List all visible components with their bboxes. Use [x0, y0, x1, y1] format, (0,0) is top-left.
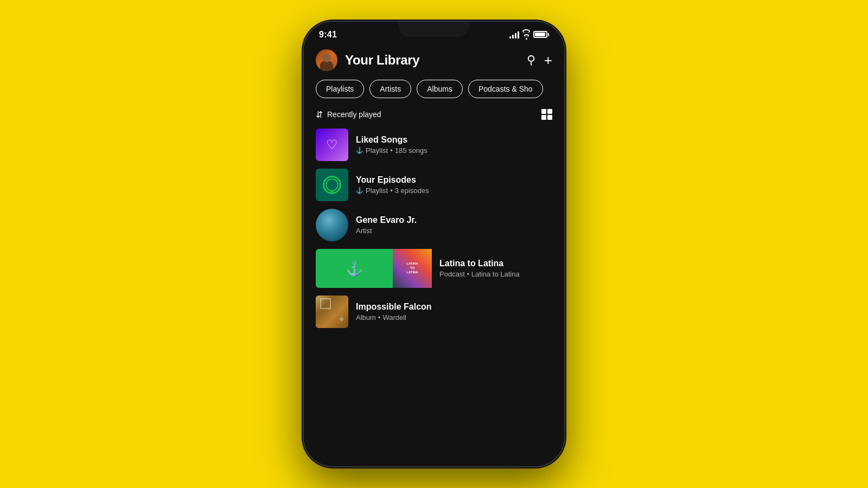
page-title: Your Library: [345, 53, 519, 68]
chip-albums[interactable]: Albums: [417, 80, 463, 98]
liked-songs-name: Liked Songs: [356, 135, 552, 145]
list-item[interactable]: ✦ Impossible Falcon Album • Wardell: [316, 296, 552, 328]
episodes-info: Your Episodes ⚓ Playlist • 3 episodes: [356, 175, 552, 195]
latina-podcast-name: Latina to Latina: [439, 259, 552, 268]
filter-chips: Playlists Artists Albums Podcasts & Sho: [304, 80, 564, 109]
chip-playlists[interactable]: Playlists: [316, 80, 364, 98]
phone-device: 9:41: [304, 22, 564, 466]
podcast-dot: [330, 190, 334, 194]
latina-podcast-info: Latina to Latina Podcast • Latina to Lat…: [432, 259, 552, 278]
content-area: Your Library ⚲ + Playlists Artists Album…: [304, 43, 564, 466]
gene-evaro-info: Gene Evaro Jr. Artist: [356, 215, 552, 235]
pin-icon: ⚓: [356, 187, 363, 194]
separator: •: [378, 313, 381, 322]
impossible-falcon-info: Impossible Falcon Album • Wardell: [356, 302, 552, 322]
chip-artists[interactable]: Artists: [369, 80, 411, 98]
separator: •: [467, 270, 471, 278]
episodes-sub: ⚓ Playlist • 3 episodes: [356, 187, 552, 195]
latina-logo: LATINATOLATINA: [393, 249, 432, 288]
liked-songs-detail: 185 songs: [395, 146, 427, 155]
list-item[interactable]: Gene Evaro Jr. Artist: [316, 209, 552, 241]
sort-label-text: Recently played: [327, 110, 381, 119]
sort-arrows-icon: ⇵: [316, 110, 323, 120]
impossible-art: ✦: [316, 296, 348, 328]
wifi-icon: [522, 29, 530, 40]
pinned-green-card: ⚓: [316, 249, 393, 288]
chip-podcasts[interactable]: Podcasts & Sho: [468, 80, 543, 98]
impossible-falcon-name: Impossible Falcon: [356, 302, 552, 312]
avatar[interactable]: [316, 49, 337, 71]
episodes-detail: 3 episodes: [395, 187, 429, 195]
grid-view-button[interactable]: [541, 109, 552, 120]
gene-evaro-sub: Artist: [356, 227, 552, 235]
list-item[interactable]: ♡ Liked Songs ⚓ Playlist • 185 songs: [316, 129, 552, 161]
phone-notch: [399, 22, 469, 37]
sort-bar: ⇵ Recently played: [304, 109, 564, 129]
list-item[interactable]: Your Episodes ⚓ Playlist • 3 episodes: [316, 169, 552, 201]
gene-evaro-name: Gene Evaro Jr.: [356, 215, 552, 225]
signal-icon: [509, 31, 519, 38]
liked-songs-sub: ⚓ Playlist • 185 songs: [356, 146, 552, 155]
gene-evaro-thumb: [316, 209, 348, 241]
latina-podcast-thumb: LATINATOLATINA: [393, 249, 432, 288]
sort-button[interactable]: ⇵ Recently played: [316, 110, 381, 120]
separator: •: [390, 146, 393, 155]
status-time: 9:41: [319, 30, 337, 40]
latina-podcast-sub: Podcast • Latina to Latina: [439, 270, 552, 278]
library-list: ♡ Liked Songs ⚓ Playlist • 185 songs: [304, 129, 564, 466]
liked-songs-type: Playlist: [366, 146, 388, 155]
battery-icon: [533, 31, 549, 38]
separator: •: [390, 187, 393, 195]
episodes-thumb: [316, 169, 348, 201]
library-header: Your Library ⚲ +: [304, 43, 564, 80]
search-button[interactable]: ⚲: [527, 54, 535, 66]
liked-songs-info: Liked Songs ⚓ Playlist • 185 songs: [356, 135, 552, 155]
gene-evaro-type: Artist: [356, 227, 372, 235]
pin-icon: ⚓: [356, 147, 363, 154]
header-actions: ⚲ +: [527, 53, 552, 67]
latina-type: Podcast: [439, 270, 465, 278]
status-icons: [509, 29, 549, 40]
latina-logo-text: LATINATOLATINA: [405, 261, 419, 275]
heart-icon: ♡: [326, 137, 338, 152]
impossible-detail: Wardell: [382, 313, 406, 322]
phone-screen: 9:41: [304, 22, 564, 466]
bookmark-pin-icon: ⚓: [346, 260, 363, 277]
impossible-falcon-sub: Album • Wardell: [356, 313, 552, 322]
art-circle: [320, 298, 331, 309]
episodes-type: Playlist: [366, 187, 388, 195]
podcast-circle-icon: [323, 176, 341, 194]
list-item[interactable]: ⚓ LATINATOLATINA Latina to Latina Podcas…: [316, 249, 552, 288]
impossible-falcon-thumb: ✦: [316, 296, 348, 328]
latina-detail: Latina to Latina: [471, 270, 520, 278]
liked-songs-thumb: ♡: [316, 129, 348, 161]
add-button[interactable]: +: [544, 53, 552, 67]
episodes-name: Your Episodes: [356, 175, 552, 185]
impossible-type: Album: [356, 313, 376, 322]
